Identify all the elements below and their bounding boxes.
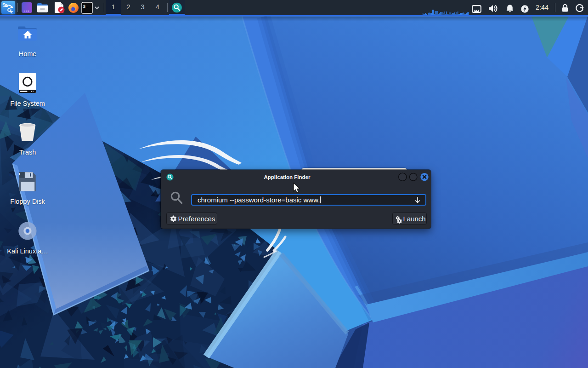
svg-text:$_: $_ — [83, 4, 89, 9]
